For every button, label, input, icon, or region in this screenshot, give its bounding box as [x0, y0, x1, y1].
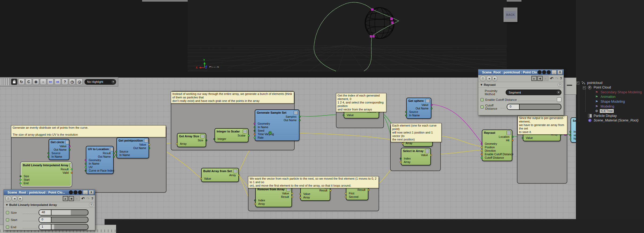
timer-c-button[interactable]: ◶: [76, 79, 83, 85]
next-button[interactable]: ▸: [18, 196, 23, 201]
node-menu-icon[interactable]: [425, 149, 429, 153]
port-nev[interactable]: [569, 138, 571, 140]
node-build-array-from-set-bottom[interactable]: Build Array from SetArrayValue: [201, 168, 239, 182]
nav-back-button[interactable]: ◀: [537, 76, 543, 81]
node-menu-icon[interactable]: [65, 140, 69, 144]
minimize-button[interactable]: _: [83, 190, 88, 195]
close-button[interactable]: X: [557, 70, 562, 75]
enable-cutoff-checkbox[interactable]: [557, 97, 561, 102]
next-button[interactable]: ▸: [492, 76, 498, 81]
animatable-icon[interactable]: [480, 105, 484, 109]
node-get-circle[interactable]: Get circleValueOut NameSourceIn Name: [49, 139, 69, 160]
port-self[interactable]: [569, 134, 571, 136]
help-icon[interactable]: ?: [91, 197, 93, 201]
ppg-title-bar[interactable]: Scene_Root : pointcloud : Point Clo... _…: [4, 190, 95, 195]
port-integer[interactable]: [213, 138, 215, 140]
node-remove-from-array[interactable]: Remove from ArrayValueResultIndexArray: [255, 186, 292, 207]
tree-item-modeling[interactable]: ⚑Modeling: [595, 104, 615, 109]
node-menu-icon[interactable]: [110, 147, 113, 151]
tree-item-pointcloud[interactable]: pointcloud: [581, 80, 603, 85]
port-array[interactable]: [400, 161, 402, 163]
port-uv[interactable]: [85, 166, 87, 168]
node-integer-to-scalar[interactable]: Integer to ScalarScalarInteger: [214, 128, 249, 142]
port-result[interactable]: [368, 189, 369, 191]
ppg-title-bar[interactable]: Scene_Root : pointcloud : Point Clo... _…: [478, 69, 564, 75]
port-direction[interactable]: [481, 150, 483, 152]
port-hit[interactable]: [512, 139, 513, 141]
port-result[interactable]: [330, 190, 331, 191]
port-out-name[interactable]: [431, 108, 432, 109]
port-index[interactable]: [254, 199, 256, 201]
comment-curve-points[interactable]: Generate an evenly distribute set of poi…: [11, 125, 166, 137]
comment-save-array[interactable]: Since the output is per-generated-elemen…: [517, 116, 567, 135]
port-out-name[interactable]: [69, 149, 71, 151]
redo-icon[interactable]: ↷: [555, 76, 558, 81]
user-icon[interactable]: [547, 70, 551, 74]
port-position[interactable]: [481, 146, 483, 148]
proximity-method-dropdown[interactable]: Segment ▼: [506, 90, 561, 95]
animatable-icon[interactable]: [480, 98, 484, 101]
port-size[interactable]: [205, 139, 207, 141]
port-location[interactable]: [512, 136, 513, 138]
param-slider-size[interactable]: 48: [39, 209, 88, 216]
port-array[interactable]: [254, 203, 256, 205]
animatable-icon[interactable]: [6, 218, 9, 221]
key-icon[interactable]: ⚿: [5, 196, 11, 201]
port-value[interactable]: [430, 154, 432, 156]
section-help-icon[interactable]: ?: [558, 83, 562, 87]
port-geometry[interactable]: [254, 123, 256, 125]
node-get-sphere[interactable]: Get sphereValueOut NameSourceIn Name: [406, 98, 431, 119]
port-in-name[interactable]: [405, 114, 407, 116]
port-in-name[interactable]: [85, 163, 87, 165]
highlight-mode-dropdown[interactable]: No Highlight ▼: [84, 79, 116, 85]
port-source[interactable]: [47, 152, 49, 154]
port-value[interactable]: [299, 193, 301, 195]
port-out-name[interactable]: [113, 156, 115, 158]
sphere-button[interactable]: ●: [40, 79, 46, 85]
port-seed[interactable]: [254, 130, 256, 132]
cutoff-distance-slider[interactable]: 0: [507, 104, 561, 110]
port-value[interactable]: [431, 104, 432, 106]
tree-item-point-cloud[interactable]: PPoint Cloud: [588, 85, 612, 90]
port-start[interactable]: [20, 179, 21, 181]
back-arrow-button[interactable]: ⇦: [47, 79, 54, 85]
node-uv-to-location[interactable]: UV to LocationResultOut NameGeometryIn N…: [86, 146, 114, 174]
port-in-n[interactable]: [569, 131, 571, 133]
node-select-in-array-2[interactable]: Select in ArrayValueIndexArray: [401, 148, 431, 165]
port-value[interactable]: [200, 178, 202, 180]
port-value[interactable]: [291, 193, 293, 194]
tree-item-animation[interactable]: ⚑Animation: [595, 95, 616, 99]
port-value[interactable]: [148, 144, 150, 146]
port-array[interactable]: [299, 197, 301, 198]
port-out-name[interactable]: [299, 119, 301, 121]
port-geometry[interactable]: [481, 143, 483, 145]
tree-item-shape-modeling[interactable]: ⚑Shape Modeling: [595, 99, 626, 104]
port-in-name[interactable]: [115, 154, 117, 156]
undo-icon[interactable]: ↶: [82, 196, 85, 201]
port-valid[interactable]: [71, 172, 73, 174]
comment-element-index[interactable]: Get the index of each generated element,…: [336, 93, 386, 112]
port-result[interactable]: [291, 196, 293, 198]
comment-sample-set[interactable]: Instead of working our way through the e…: [171, 91, 294, 103]
ppg-section-header[interactable]: ▼ Build Linearly Interpolated Array ?: [4, 202, 95, 208]
node-menu-icon[interactable]: [69, 163, 71, 167]
port-value[interactable]: [343, 114, 345, 116]
key-icon[interactable]: ⚿: [480, 76, 486, 81]
prev-button[interactable]: ◂: [12, 196, 17, 201]
help-icon[interactable]: ?: [560, 77, 562, 80]
port-in-name[interactable]: [254, 126, 256, 128]
animatable-icon[interactable]: [6, 211, 9, 214]
comment-select[interactable]: Each element (one for each curve point)w…: [391, 123, 442, 142]
comment-shift-array[interactable]: We want the vector from each particle to…: [248, 176, 379, 188]
port-cutoff-distance[interactable]: [481, 157, 483, 159]
lock-button[interactable]: [11, 79, 17, 85]
node-menu-icon[interactable]: [233, 169, 237, 173]
node-menu-icon[interactable]: [506, 131, 511, 135]
port-first[interactable]: [345, 193, 347, 194]
port-in-name[interactable]: [47, 156, 49, 158]
node-get-pointposition[interactable]: Get pointpositionValueOut NameSourceIn N…: [116, 137, 149, 158]
port-source[interactable]: [405, 111, 407, 113]
port-index[interactable]: [400, 158, 402, 160]
port-source[interactable]: [115, 151, 117, 153]
port-scalar[interactable]: [248, 135, 250, 136]
